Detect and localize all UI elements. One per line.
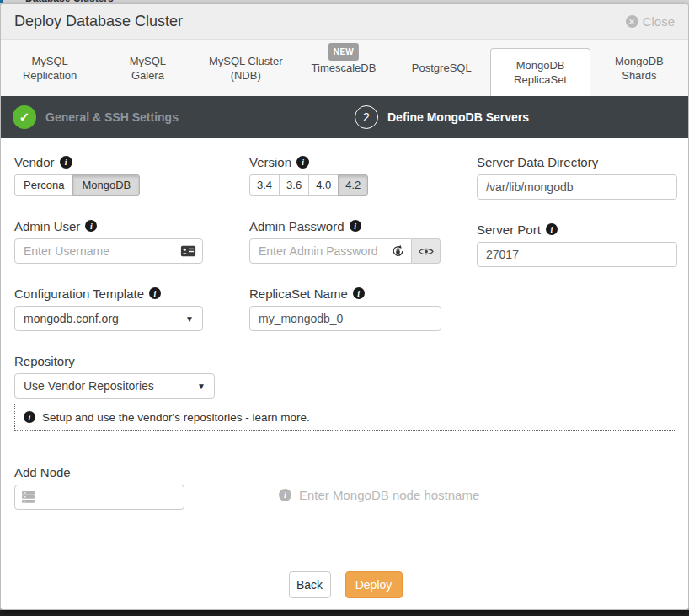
add-node-input[interactable]	[14, 485, 184, 510]
close-button[interactable]: Close	[626, 14, 675, 29]
wizard-stepper: General & SSH Settings 2 Define MongoDB …	[1, 96, 688, 138]
screen: Database Clusters Deploy Database Cluste…	[0, 0, 689, 616]
dialog-header: Deploy Database Cluster Close	[1, 4, 688, 40]
version-option-3-4[interactable]: 3.4	[249, 174, 280, 196]
vendor-toggle-group: Percona MongoDB	[14, 174, 140, 196]
info-icon[interactable]	[350, 220, 361, 232]
step-label: General & SSH Settings	[45, 110, 179, 124]
tab-mysql-cluster-ndb[interactable]: MySQL Cluster (NDB)	[197, 40, 295, 96]
vendor-field: Vendor Percona MongoDB	[14, 155, 140, 196]
server-port-input[interactable]	[477, 242, 677, 267]
repository-label: Repository	[14, 354, 75, 368]
admin-password-label: Admin Password	[249, 219, 344, 233]
replicaset-name-field: ReplicaSet Name	[249, 287, 441, 331]
learn-more-link[interactable]: learn more.	[252, 411, 309, 424]
close-icon[interactable]	[626, 15, 638, 28]
tab-label-line: PostgreSQL	[412, 61, 472, 75]
info-icon[interactable]	[546, 223, 558, 235]
repository-value: Use Vendor Repositories	[24, 379, 197, 393]
info-icon	[279, 489, 291, 501]
server-data-directory-label: Server Data Directory	[477, 155, 598, 169]
admin-password-input[interactable]	[249, 238, 412, 264]
tab-label-line: MySQL	[31, 54, 67, 68]
repository-select[interactable]: Use Vendor Repositories	[14, 373, 215, 399]
server-data-directory-input[interactable]	[477, 174, 677, 200]
tab-label-line: MongoDB	[615, 54, 664, 68]
repository-field: Repository Use Vendor Repositories	[14, 354, 215, 399]
chevron-down-icon	[197, 382, 206, 391]
section-divider	[1, 437, 689, 437]
dialog-footer: Back Deploy	[1, 571, 689, 598]
version-field: Version 3.4 3.6 4.0 4.2	[249, 155, 368, 196]
info-icon[interactable]	[296, 156, 309, 169]
repository-note-text: Setup and use the vendor's repositories …	[42, 411, 252, 424]
back-button[interactable]: Back	[289, 571, 331, 598]
info-icon[interactable]	[353, 287, 365, 299]
tab-label-line: MongoDB	[516, 58, 565, 72]
server-stack-icon	[21, 491, 35, 504]
tab-label-line: MySQL	[130, 54, 166, 68]
info-icon[interactable]	[60, 156, 72, 169]
replicaset-name-input[interactable]	[249, 306, 441, 331]
add-node-hint: Enter MongoDB node hostname	[279, 488, 479, 502]
new-badge: NEW	[328, 43, 359, 61]
add-node-hint-text: Enter MongoDB node hostname	[299, 488, 479, 502]
configuration-template-field: Configuration Template mongodb.conf.org	[14, 287, 203, 331]
admin-password-field: Admin Password	[249, 219, 441, 264]
tab-timescaledb[interactable]: NEW TimescaleDB	[295, 40, 393, 96]
cluster-type-tabbar: MySQL Replication MySQL Galera MySQL Clu…	[1, 40, 688, 96]
tab-label-line: Replication	[23, 68, 77, 83]
step-general-ssh-settings[interactable]: General & SSH Settings	[13, 105, 179, 129]
tab-label-line: MySQL Cluster	[209, 54, 283, 68]
server-port-label: Server Port	[477, 222, 541, 237]
info-icon[interactable]	[85, 220, 97, 232]
vendor-option-mongodb[interactable]: MongoDB	[72, 174, 140, 196]
server-data-directory-field: Server Data Directory	[477, 155, 677, 200]
add-node-label: Add Node	[14, 465, 71, 479]
tab-label-line: (NDB)	[231, 68, 261, 83]
add-node-field: Add Node	[14, 465, 184, 510]
server-port-field: Server Port	[477, 222, 677, 267]
chevron-down-icon	[185, 314, 194, 324]
id-card-icon	[180, 245, 196, 257]
replicaset-name-label: ReplicaSet Name	[249, 287, 348, 301]
admin-user-input[interactable]	[14, 238, 203, 264]
tab-label-line: ReplicaSet	[514, 72, 567, 87]
deploy-button[interactable]: Deploy	[345, 571, 403, 598]
version-option-4-2[interactable]: 4.2	[338, 174, 368, 196]
dialog-title: Deploy Database Cluster	[14, 13, 183, 30]
configuration-template-select[interactable]: mongodb.conf.org	[14, 306, 203, 331]
version-option-3-6[interactable]: 3.6	[279, 174, 309, 196]
tab-postgresql[interactable]: PostgreSQL	[393, 40, 490, 96]
define-mongodb-servers-form: Vendor Percona MongoDB Version 3.4 3.6 4…	[1, 138, 688, 609]
tab-mysql-replication[interactable]: MySQL Replication	[1, 40, 99, 96]
repository-note: Setup and use the vendor's repositories …	[14, 404, 676, 431]
info-icon[interactable]	[149, 287, 161, 299]
close-label[interactable]: Close	[643, 14, 675, 29]
tab-mysql-galera[interactable]: MySQL Galera	[99, 40, 196, 96]
step-label: Define MongoDB Servers	[387, 110, 529, 124]
version-toggle-group: 3.4 3.6 4.0 4.2	[249, 174, 368, 196]
background-page-bottom-strip	[0, 610, 689, 616]
tab-mongodb-replicaset[interactable]: MongoDB ReplicaSet	[490, 48, 590, 96]
vendor-option-percona[interactable]: Percona	[14, 174, 73, 196]
eye-icon	[419, 247, 434, 256]
admin-user-field: Admin User	[14, 219, 203, 264]
tab-label-line: TimescaleDB	[312, 61, 377, 75]
tab-label-line: Shards	[622, 68, 656, 83]
admin-user-label: Admin User	[14, 219, 80, 233]
tab-mongodb-shards[interactable]: MongoDB Shards	[590, 40, 688, 96]
step-number: 2	[355, 105, 378, 129]
step-done-check-icon	[13, 105, 36, 129]
generate-password-icon[interactable]	[391, 244, 405, 259]
tab-label-line: Galera	[131, 68, 164, 83]
configuration-template-value: mongodb.conf.org	[24, 312, 185, 325]
show-password-button[interactable]	[412, 238, 441, 264]
deploy-database-cluster-dialog: Deploy Database Cluster Close MySQL Repl…	[0, 3, 689, 610]
info-icon	[24, 411, 35, 423]
step-define-mongodb-servers: 2 Define MongoDB Servers	[355, 105, 529, 129]
vendor-label: Vendor	[14, 155, 55, 169]
version-option-4-0[interactable]: 4.0	[308, 174, 339, 196]
configuration-template-label: Configuration Template	[14, 287, 144, 301]
version-label: Version	[249, 155, 291, 169]
